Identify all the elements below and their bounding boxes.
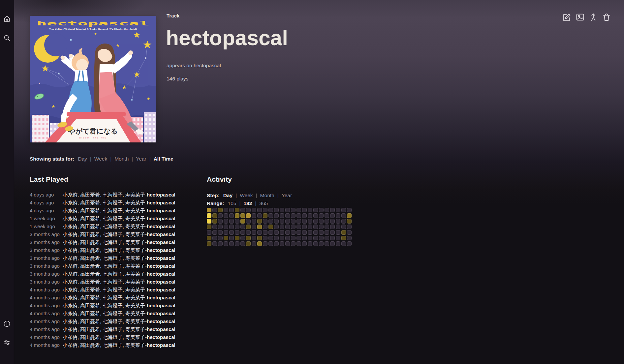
artist-link[interactable]: 寿美菜子 <box>125 311 145 316</box>
artist-link[interactable]: 高田憂希 <box>80 231 100 237</box>
artist-link[interactable]: 小糸侑 <box>63 247 78 253</box>
artist-link[interactable]: 寿美菜子 <box>125 255 145 261</box>
track-link[interactable]: hectopascal <box>147 278 175 286</box>
artist-link[interactable]: 小糸侑 <box>63 342 78 348</box>
artist-link[interactable]: 高田憂希 <box>80 208 100 213</box>
artist-link[interactable]: 寿美菜子 <box>125 342 145 348</box>
artist-link[interactable]: 小糸侑 <box>63 200 78 205</box>
artist-link[interactable]: 高田憂希 <box>80 287 100 292</box>
track-link[interactable]: hectopascal <box>147 302 175 310</box>
artist-link[interactable]: 高田憂希 <box>80 271 100 277</box>
artist-link[interactable]: 七海燈子 <box>103 342 123 348</box>
range-option-365[interactable]: 365 <box>259 200 268 206</box>
home-icon[interactable] <box>3 15 11 23</box>
step-option-month[interactable]: Month <box>260 193 274 198</box>
artist-link[interactable]: 小糸侑 <box>63 216 78 221</box>
artist-link[interactable]: 寿美菜子 <box>125 216 145 221</box>
track-link[interactable]: hectopascal <box>147 223 175 230</box>
artist-link[interactable]: 寿美菜子 <box>125 208 145 213</box>
artist-link[interactable]: 高田憂希 <box>80 326 100 332</box>
artist-link[interactable]: 高田憂希 <box>80 318 100 324</box>
image-icon[interactable] <box>576 13 585 22</box>
artist-link[interactable]: 寿美菜子 <box>125 239 145 245</box>
track-link[interactable]: hectopascal <box>147 246 175 254</box>
artist-link[interactable]: 小糸侑 <box>63 231 78 237</box>
artist-link[interactable]: 小糸侑 <box>63 208 78 213</box>
track-link[interactable]: hectopascal <box>147 191 175 199</box>
artist-link[interactable]: 寿美菜子 <box>125 303 145 308</box>
track-link[interactable]: hectopascal <box>147 270 175 278</box>
artist-link[interactable]: 高田憂希 <box>80 224 100 229</box>
artist-link[interactable]: 小糸侑 <box>63 271 78 277</box>
artist-link[interactable]: 小糸侑 <box>63 263 78 269</box>
artist-link[interactable]: 七海燈子 <box>103 334 123 340</box>
delete-icon[interactable] <box>602 13 611 22</box>
track-link[interactable]: hectopascal <box>147 333 175 341</box>
artist-link[interactable]: 七海燈子 <box>103 224 123 229</box>
stats-option-month[interactable]: Month <box>114 156 129 162</box>
track-link[interactable]: hectopascal <box>147 318 175 325</box>
album-link[interactable]: hectopascal <box>194 63 221 68</box>
artist-link[interactable]: 高田憂希 <box>80 200 100 205</box>
merge-icon[interactable] <box>589 13 598 22</box>
artist-link[interactable]: 高田憂希 <box>80 334 100 340</box>
artist-link[interactable]: 高田憂希 <box>80 311 100 316</box>
track-link[interactable]: hectopascal <box>147 199 175 207</box>
step-option-year[interactable]: Year <box>282 193 292 198</box>
artist-link[interactable]: 七海燈子 <box>103 255 123 261</box>
stats-option-all-time[interactable]: All Time <box>154 156 173 162</box>
artist-link[interactable]: 高田憂希 <box>80 192 100 197</box>
artist-link[interactable]: 高田憂希 <box>80 239 100 245</box>
stats-option-week[interactable]: Week <box>94 156 107 162</box>
artist-link[interactable]: 小糸侑 <box>63 279 78 285</box>
artist-link[interactable]: 高田憂希 <box>80 342 100 348</box>
artist-link[interactable]: 小糸侑 <box>63 318 78 324</box>
range-option-105[interactable]: 105 <box>228 200 236 206</box>
track-link[interactable]: hectopascal <box>147 207 175 215</box>
artist-link[interactable]: 七海燈子 <box>103 311 123 316</box>
artist-link[interactable]: 七海燈子 <box>103 239 123 245</box>
artist-link[interactable]: 高田憂希 <box>80 247 100 253</box>
step-option-week[interactable]: Week <box>240 193 253 198</box>
search-icon[interactable] <box>3 34 11 42</box>
artist-link[interactable]: 高田憂希 <box>80 216 100 221</box>
info-icon[interactable] <box>3 320 11 328</box>
artist-link[interactable]: 小糸侑 <box>63 255 78 261</box>
artist-link[interactable]: 寿美菜子 <box>125 263 145 269</box>
step-option-day[interactable]: Day <box>223 193 233 198</box>
artist-link[interactable]: 小糸侑 <box>63 326 78 332</box>
settings-sliders-icon[interactable] <box>3 339 11 347</box>
artist-link[interactable]: 七海燈子 <box>103 279 123 285</box>
artist-link[interactable]: 高田憂希 <box>80 295 100 300</box>
artist-link[interactable]: 七海燈子 <box>103 192 123 197</box>
artist-link[interactable]: 寿美菜子 <box>125 224 145 229</box>
track-link[interactable]: hectopascal <box>147 262 175 270</box>
artist-link[interactable]: 小糸侑 <box>63 287 78 292</box>
edit-icon[interactable] <box>562 13 572 22</box>
artist-link[interactable]: 小糸侑 <box>63 295 78 300</box>
artist-link[interactable]: 七海燈子 <box>103 200 123 205</box>
artist-link[interactable]: 七海燈子 <box>103 208 123 213</box>
track-link[interactable]: hectopascal <box>147 325 175 333</box>
artist-link[interactable]: 七海燈子 <box>103 216 123 221</box>
artist-link[interactable]: 高田憂希 <box>80 255 100 261</box>
artist-link[interactable]: 寿美菜子 <box>125 326 145 332</box>
artist-link[interactable]: 高田憂希 <box>80 279 100 285</box>
artist-link[interactable]: 七海燈子 <box>103 263 123 269</box>
artist-link[interactable]: 寿美菜子 <box>125 279 145 285</box>
artist-link[interactable]: 高田憂希 <box>80 263 100 269</box>
artist-link[interactable]: 寿美菜子 <box>125 247 145 253</box>
track-link[interactable]: hectopascal <box>147 215 175 223</box>
artist-link[interactable]: 寿美菜子 <box>125 287 145 292</box>
artist-link[interactable]: 七海燈子 <box>103 295 123 300</box>
track-link[interactable]: hectopascal <box>147 294 175 302</box>
artist-link[interactable]: 七海燈子 <box>103 326 123 332</box>
artist-link[interactable]: 小糸侑 <box>63 239 78 245</box>
track-link[interactable]: hectopascal <box>147 230 175 238</box>
artist-link[interactable]: 高田憂希 <box>80 303 100 308</box>
artist-link[interactable]: 寿美菜子 <box>125 318 145 324</box>
artist-link[interactable]: 七海燈子 <box>103 318 123 324</box>
artist-link[interactable]: 寿美菜子 <box>125 271 145 277</box>
track-link[interactable]: hectopascal <box>147 254 175 262</box>
artist-link[interactable]: 七海燈子 <box>103 303 123 308</box>
